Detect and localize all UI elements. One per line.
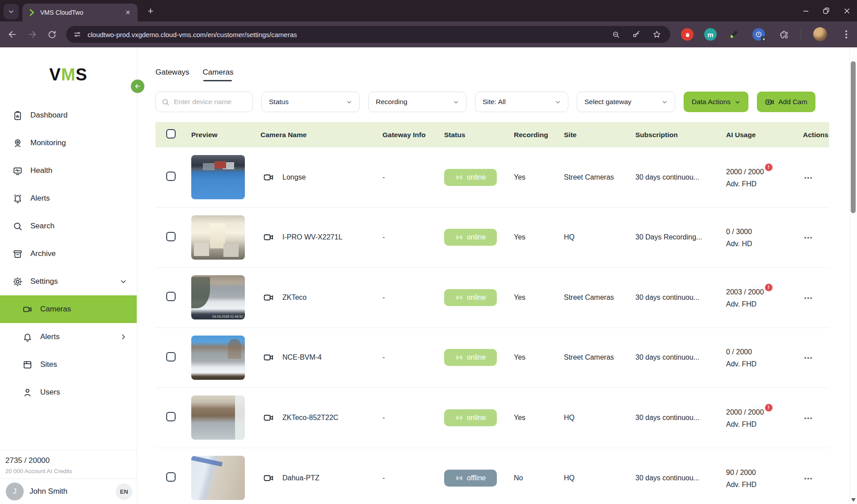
- status-label: online: [467, 353, 486, 361]
- tab-search-button[interactable]: [4, 4, 19, 19]
- tab-close-icon[interactable]: ✕: [123, 8, 132, 17]
- adblock-extension-icon[interactable]: [681, 28, 693, 41]
- sidebar-item-settings[interactable]: Settings: [0, 268, 137, 295]
- row-actions-menu[interactable]: •••: [795, 174, 813, 181]
- sidebar-item-users[interactable]: Users: [0, 378, 137, 406]
- sidebar-item-dashboard[interactable]: Dashboard: [0, 101, 137, 129]
- status-badge: online: [444, 229, 497, 246]
- subscription-value: 30 days continuou...: [635, 414, 726, 422]
- url-text[interactable]: cloudtwo-prod.vxgdemo.cloud-vms.com/en/c…: [88, 31, 612, 38]
- row-checkbox[interactable]: [166, 472, 176, 482]
- table-row[interactable]: Longse - online Yes Street Cameras 30 da…: [155, 147, 829, 208]
- minimize-button[interactable]: [795, 0, 816, 21]
- col-ai-usage: AI Usage: [726, 131, 795, 139]
- tab-strip: VMS CloudTwo ✕ +: [0, 0, 857, 21]
- browser-profile-avatar[interactable]: [813, 27, 827, 41]
- preview-thumb[interactable]: [191, 336, 245, 380]
- camera-name: I-PRO WV-X2271L: [282, 233, 342, 241]
- status-filter[interactable]: Status: [261, 92, 360, 112]
- device-search[interactable]: [155, 92, 253, 112]
- credits-caption: 20 000 Account AI Credits: [5, 468, 137, 475]
- row-actions-menu[interactable]: •••: [795, 415, 813, 421]
- table-row[interactable]: NCE-BVM-4 - online Yes Street Cameras 30…: [155, 328, 829, 388]
- row-actions-menu[interactable]: •••: [795, 354, 813, 361]
- password-key-icon[interactable]: [632, 30, 641, 39]
- language-selector[interactable]: EN: [116, 483, 132, 500]
- sidebar-item-label: Sites: [40, 360, 57, 369]
- sidebar-item-label: Dashboard: [30, 111, 67, 120]
- data-actions-button[interactable]: Data Actions: [684, 92, 748, 112]
- restore-button[interactable]: [816, 0, 836, 21]
- preview-thumb[interactable]: [191, 155, 245, 199]
- search-input[interactable]: [174, 98, 247, 106]
- camera-name: Dahua-PTZ: [282, 474, 319, 482]
- password-manager-extension-icon[interactable]: [752, 28, 765, 41]
- add-cam-button[interactable]: Add Cam: [757, 92, 815, 112]
- preview-thumb[interactable]: 03-03-2035 01:46:52: [191, 275, 245, 319]
- forward-button[interactable]: [25, 27, 39, 42]
- row-checkbox[interactable]: [166, 172, 176, 181]
- row-checkbox[interactable]: [166, 352, 176, 361]
- recording-filter[interactable]: Recording: [368, 92, 466, 112]
- signal-icon: [455, 414, 463, 422]
- filter-bar: Status Recording Site: All Select gatewa…: [138, 92, 849, 112]
- preview-thumb[interactable]: [191, 456, 245, 500]
- page-scrollbar[interactable]: [849, 47, 857, 504]
- col-actions: Actions: [795, 131, 829, 139]
- row-checkbox[interactable]: [166, 412, 176, 421]
- sidebar-item-search[interactable]: Search: [0, 212, 137, 240]
- sidebar-item-sites[interactable]: Sites: [0, 351, 137, 378]
- tab-gateways[interactable]: Gateways: [155, 68, 189, 81]
- preview-thumb[interactable]: [191, 215, 245, 260]
- browser-menu-icon[interactable]: [843, 29, 850, 40]
- preview-thumb[interactable]: [191, 395, 245, 440]
- camera-icon: [263, 292, 274, 303]
- ai-alert-badge: !: [765, 404, 773, 412]
- table-row[interactable]: Dahua-PTZ - offline No HQ 30 days contin…: [155, 448, 829, 504]
- zoom-out-icon[interactable]: [612, 30, 620, 39]
- browser-tab[interactable]: VMS CloudTwo ✕: [22, 4, 138, 21]
- select-all-checkbox[interactable]: [166, 129, 176, 139]
- row-checkbox[interactable]: [166, 292, 176, 301]
- m-extension-icon[interactable]: m: [704, 28, 717, 41]
- scrollbar-thumb[interactable]: [851, 61, 856, 213]
- gateway-info-value: -: [382, 294, 444, 302]
- row-actions-menu[interactable]: •••: [795, 234, 813, 241]
- back-button[interactable]: [5, 27, 20, 42]
- eyedropper-extension-icon[interactable]: [727, 28, 740, 41]
- sidebar-item-archive[interactable]: Archive: [0, 240, 137, 268]
- reload-button[interactable]: [45, 27, 59, 42]
- site-settings-icon[interactable]: [73, 30, 81, 38]
- ai-usage-value: 2003 / 2000: [726, 287, 764, 298]
- row-actions-menu[interactable]: •••: [795, 475, 813, 482]
- site-filter[interactable]: Site: All: [475, 92, 568, 112]
- signal-icon: [455, 353, 463, 361]
- address-bar[interactable]: cloudtwo-prod.vxgdemo.cloud-vms.com/en/c…: [66, 26, 670, 43]
- row-actions-menu[interactable]: •••: [795, 294, 813, 301]
- sidebar-collapse-button[interactable]: [131, 80, 144, 93]
- status-badge: online: [444, 169, 497, 186]
- sidebar-item-alerts[interactable]: Alerts: [0, 185, 137, 212]
- scrollbar-down-arrow[interactable]: [851, 498, 856, 502]
- gateway-filter[interactable]: Select gateway: [577, 92, 675, 112]
- new-tab-button[interactable]: +: [144, 4, 157, 18]
- recording-value: Yes: [514, 233, 564, 241]
- sidebar-item-alerts-settings[interactable]: Alerts: [0, 323, 137, 351]
- close-window-button[interactable]: [836, 0, 857, 21]
- user-icon: [22, 387, 33, 398]
- table-row[interactable]: 03-03-2035 01:46:52 ZKTeco - online Yes …: [155, 268, 829, 328]
- sidebar-item-monitoring[interactable]: Monitoring: [0, 129, 137, 157]
- row-checkbox[interactable]: [166, 232, 176, 241]
- table-row[interactable]: I-PRO WV-X2271L - online Yes HQ 30 Days …: [155, 208, 829, 268]
- table-row[interactable]: ZKTeco-852T22C - online Yes HQ 30 days c…: [155, 388, 829, 448]
- camera-icon: [263, 412, 274, 423]
- ai-plan-value: Adv. FHD: [726, 420, 795, 428]
- sidebar-item-label: Search: [30, 222, 55, 231]
- extensions-puzzle-icon[interactable]: [777, 28, 790, 41]
- bookmark-star-icon[interactable]: [652, 30, 661, 39]
- tab-cameras[interactable]: Cameras: [203, 68, 234, 81]
- sidebar-item-health[interactable]: Health: [0, 157, 137, 185]
- search-icon: [161, 98, 170, 106]
- user-profile[interactable]: J John Smith EN: [0, 479, 137, 504]
- sidebar-item-cameras[interactable]: Cameras: [0, 295, 137, 323]
